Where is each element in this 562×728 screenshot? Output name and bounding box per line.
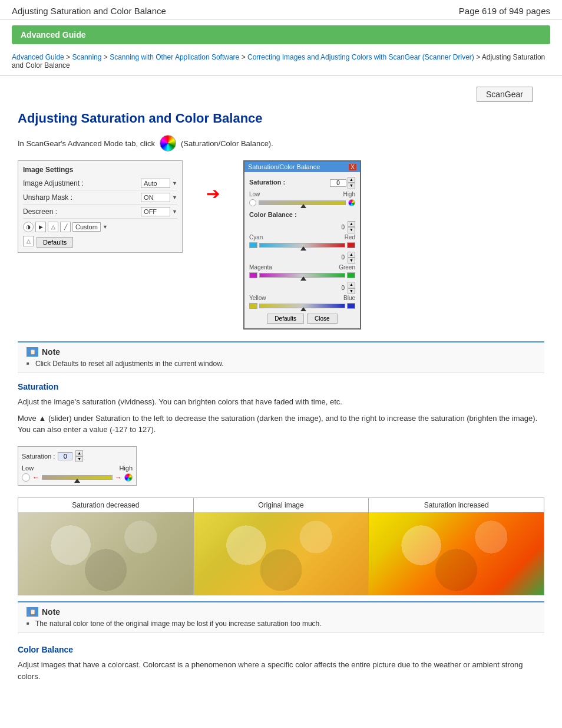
breadcrumb-sep1: > [66, 53, 72, 61]
custom-dropdown[interactable]: Custom [72, 222, 101, 232]
dialog-defaults-btn[interactable]: Defaults [267, 314, 304, 324]
sat-slider-track[interactable] [259, 200, 346, 205]
sat-spin-down[interactable]: ▼ [348, 183, 355, 189]
cb1-spin-down[interactable]: ▼ [348, 227, 355, 233]
img-cell-original: Original image [194, 498, 369, 595]
cb1-spin-up[interactable]: ▲ [348, 221, 355, 227]
image-settings-panel: Image Settings Image Adjustment : Auto ▼… [18, 160, 183, 253]
page-title-header: Adjusting Saturation and Color Balance [12, 6, 166, 16]
cb3-spin-down[interactable]: ▼ [348, 288, 355, 294]
main-content: Adjusting Saturation and Color Balance I… [0, 102, 562, 696]
saturation-heading: Saturation [18, 382, 544, 391]
note-heading-2: Note [42, 607, 60, 617]
cb3-spin-up[interactable]: ▲ [348, 282, 355, 288]
dialog-close-btn[interactable]: Close [307, 314, 338, 324]
cb2-spin-down[interactable]: ▼ [348, 258, 355, 263]
unsharp-label: Unsharp Mask : [23, 193, 72, 202]
sat-ctrl-spin-down[interactable]: ▼ [75, 456, 83, 462]
breadcrumb-scanning[interactable]: Scanning [72, 53, 101, 61]
yellow-square [249, 303, 257, 309]
saturation-spinner[interactable]: ▲ ▼ [348, 177, 355, 189]
cb-slider3[interactable] [259, 304, 345, 308]
descreen-dropdown[interactable]: OFF [141, 207, 170, 216]
sat-low-high-row: Low High [249, 191, 355, 197]
color-balance-text1: Adjust images that have a colorcast. Col… [18, 659, 544, 682]
unsharp-value: ON ▼ [141, 193, 177, 202]
sat-ctrl-right-arrow: → [115, 473, 122, 482]
img-label-original: Original image [194, 498, 369, 512]
sat-circle-left [249, 199, 256, 206]
sat-ctrl-slider[interactable] [42, 475, 113, 480]
note-icon-1: 📋 [27, 347, 38, 357]
cb-slider2[interactable] [259, 273, 345, 278]
custom-arrow[interactable]: ▼ [103, 224, 108, 230]
defaults-button-panel[interactable]: Defaults [37, 237, 73, 248]
breadcrumb-scanning-other[interactable]: Scanning with Other Application Software [110, 53, 239, 61]
contrast-tool-icon[interactable]: △ [48, 222, 58, 232]
flower-pattern-saturated [369, 512, 544, 595]
histogram-icon[interactable]: △ [23, 236, 34, 246]
color-balance-dialog-section: Color Balance : 0 ▲ ▼ Cyan Red [249, 211, 355, 324]
img-cell-increased: Saturation increased [369, 498, 544, 595]
adjustment-dropdown[interactable]: Auto [141, 179, 170, 188]
cb2-thumb [300, 276, 306, 281]
sat-dialog-body: Saturation : ▲ ▼ Low High [244, 172, 360, 328]
cb-value3: 0 [342, 285, 345, 291]
magenta-square [249, 272, 257, 278]
saturation-tool-icon[interactable]: ◑ [23, 222, 34, 232]
cb-slider1[interactable] [259, 243, 345, 248]
page-number: Page 619 of 949 pages [459, 6, 550, 16]
sat-dialog-title-text: Saturation/Color Balance [248, 163, 320, 170]
sat-ctrl-circle-right [124, 473, 133, 482]
breadcrumb-advanced-guide[interactable]: Advanced Guide [12, 53, 64, 61]
red-label: Red [345, 234, 355, 241]
yellow-label: Yellow [249, 295, 266, 301]
red-square [347, 242, 355, 248]
scangear-button[interactable]: ScanGear [477, 87, 533, 102]
saturation-section-dialog: Saturation : ▲ ▼ Low High [249, 177, 355, 206]
arrow-right: ➔ [206, 160, 220, 203]
adjustment-arrow[interactable]: ▼ [172, 180, 177, 186]
saturation-dialog-label: Saturation : [249, 179, 285, 186]
descreen-value: OFF ▼ [141, 207, 177, 216]
img-label-decreased: Saturation decreased [18, 498, 193, 512]
icon-row: ◑ ▶ △ ╱ Custom ▼ [23, 222, 177, 232]
magenta-label: Magenta [249, 264, 272, 271]
dialog-buttons: Defaults Close [249, 314, 355, 324]
breadcrumb-correcting[interactable]: Correcting Images and Adjusting Colors w… [247, 53, 474, 61]
sat-spin-up[interactable]: ▲ [348, 177, 355, 183]
sat-ctrl-low: Low [22, 465, 34, 472]
note-title-2: 📋 Note [27, 607, 535, 617]
cyan-label: Cyan [249, 234, 263, 241]
page-header: Adjusting Saturation and Color Balance P… [0, 0, 562, 19]
unsharp-dropdown[interactable]: ON [141, 193, 170, 202]
img-saturated [369, 512, 544, 595]
cb2-spin-up[interactable]: ▲ [348, 252, 355, 258]
saturation-dialog: Saturation/Color Balance X Saturation : … [243, 160, 361, 330]
adjustment-label: Image Adjustment : [23, 179, 84, 187]
img-original [194, 512, 369, 595]
sat-ctrl-circle-left [22, 473, 30, 482]
sat-high-label: High [343, 191, 355, 197]
sat-ctrl-left-arrow: ← [32, 473, 39, 482]
saturation-value-input[interactable] [330, 179, 346, 187]
settings-row-adjustment: Image Adjustment : Auto ▼ [23, 179, 177, 190]
descreen-label: Descreen : [23, 207, 57, 216]
blue-square [347, 303, 355, 309]
green-label: Green [339, 264, 355, 271]
intro-before: In ScanGear's Advanced Mode tab, click [18, 139, 155, 148]
curve-tool-icon[interactable]: ╱ [60, 222, 71, 232]
descreen-arrow[interactable]: ▼ [172, 209, 177, 215]
sat-ctrl-spin-up[interactable]: ▲ [75, 450, 83, 456]
note-heading-1: Note [42, 347, 60, 357]
note-box-1: 📋 Note Click Defaults to reset all adjus… [18, 341, 544, 373]
sat-ctrl-high: High [119, 465, 133, 472]
banner-label: Advanced Guide [21, 30, 85, 39]
sat-circle-right [348, 199, 355, 206]
unsharp-arrow[interactable]: ▼ [172, 195, 177, 200]
brightness-tool-icon[interactable]: ▶ [35, 222, 46, 232]
img-decreased [18, 512, 193, 595]
cyan-square [249, 242, 257, 248]
sat-dialog-close-btn[interactable]: X [349, 164, 356, 170]
sat-ctrl-input[interactable] [58, 452, 72, 460]
